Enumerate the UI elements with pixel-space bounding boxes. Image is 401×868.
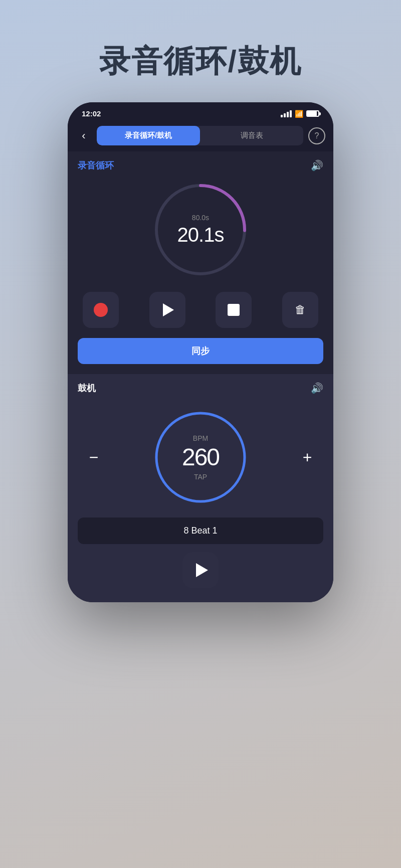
play-button[interactable]: [149, 292, 185, 328]
drum-play-container: [78, 552, 323, 592]
timer-circle: 80.0s 20.1s: [150, 180, 251, 280]
status-time: 12:02: [82, 109, 101, 118]
bpm-label: BPM: [182, 434, 219, 442]
tab-loop-drum[interactable]: 录音循环/鼓机: [97, 126, 200, 145]
loop-controls: 🗑: [78, 292, 323, 328]
drum-play-button[interactable]: [182, 552, 219, 588]
status-icons: 📶: [281, 110, 319, 118]
battery-icon: [306, 110, 319, 117]
timer-current: 20.1s: [177, 224, 224, 246]
bpm-text: BPM 260 TAP: [182, 434, 219, 481]
bpm-tap[interactable]: TAP: [182, 473, 219, 481]
status-bar: 12:02 📶: [68, 102, 333, 122]
timer-container: 80.0s 20.1s: [78, 180, 323, 280]
nav-tabs: 录音循环/鼓机 调音表: [97, 126, 303, 145]
record-dot: [94, 303, 108, 317]
bpm-plus-button[interactable]: +: [296, 446, 318, 468]
tab-tuner[interactable]: 调音表: [200, 126, 303, 145]
record-button[interactable]: [83, 292, 119, 328]
drum-section-header: 鼓机 🔊: [78, 382, 323, 394]
stop-icon: [228, 304, 240, 316]
stop-button[interactable]: [216, 292, 252, 328]
signal-icon: [281, 110, 292, 117]
help-button[interactable]: ?: [308, 127, 325, 144]
back-button[interactable]: ‹: [76, 129, 92, 142]
beat-selector[interactable]: 8 Beat 1: [78, 517, 323, 544]
nav-bar: ‹ 录音循环/鼓机 调音表 ?: [68, 122, 333, 151]
bpm-minus-button[interactable]: −: [83, 446, 105, 468]
drum-section: 鼓机 🔊 − BPM 260 TAP + 8 Be: [68, 374, 333, 602]
sync-button[interactable]: 同步: [78, 338, 323, 364]
play-icon: [163, 303, 174, 316]
phone-mockup: 12:02 📶 ‹ 录音循环/鼓机 调音表 ? 录音循环 🔊: [68, 102, 333, 602]
loop-section: 录音循环 🔊 80.0s 20.1s: [68, 151, 333, 374]
wifi-icon: 📶: [295, 110, 303, 118]
timer-text: 80.0s 20.1s: [177, 214, 224, 246]
timer-max: 80.0s: [177, 214, 224, 222]
loop-section-header: 录音循环 🔊: [78, 159, 323, 171]
bpm-container: − BPM 260 TAP +: [78, 402, 323, 517]
drum-volume-icon[interactable]: 🔊: [311, 382, 323, 394]
loop-volume-icon[interactable]: 🔊: [311, 159, 323, 171]
page-title: 录音循环/鼓机: [0, 0, 401, 102]
drum-section-title: 鼓机: [78, 382, 96, 394]
bpm-value: 260: [182, 443, 219, 471]
trash-icon: 🗑: [295, 303, 306, 316]
delete-button[interactable]: 🗑: [282, 292, 318, 328]
bpm-dial[interactable]: BPM 260 TAP: [150, 407, 251, 507]
drum-play-icon: [196, 563, 208, 577]
loop-section-title: 录音循环: [78, 159, 114, 171]
